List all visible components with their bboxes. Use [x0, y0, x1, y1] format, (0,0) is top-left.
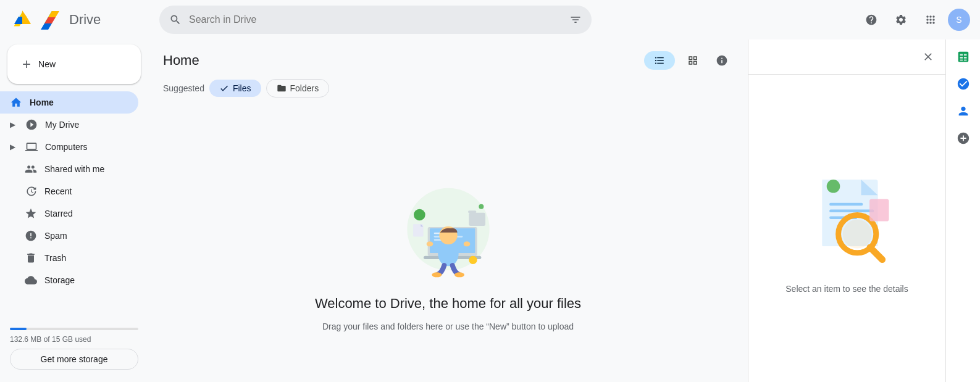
- storage-area: 132.6 MB of 15 GB used Get more storage: [0, 315, 148, 377]
- my-drive-icon: [25, 118, 38, 131]
- new-button-label: New: [38, 59, 56, 69]
- apps-button[interactable]: [918, 7, 943, 32]
- sidebar-item-trash[interactable]: Trash: [0, 247, 138, 269]
- sidebar-item-trash-label: Trash: [44, 253, 66, 263]
- plus-icon: +: [22, 56, 31, 73]
- svg-point-18: [454, 272, 464, 277]
- close-panel-button[interactable]: [916, 44, 940, 69]
- contacts-icon-button[interactable]: [951, 99, 976, 123]
- star-icon: [25, 207, 37, 220]
- filter-suggested-label: Suggested: [163, 83, 204, 93]
- right-panel-header: [748, 39, 945, 75]
- chevron-right-icon: ▶: [10, 120, 15, 129]
- google-drive-logo: [40, 7, 64, 32]
- svg-point-27: [842, 220, 871, 249]
- sidebar-item-computers-label: Computers: [45, 142, 87, 152]
- svg-rect-36: [963, 60, 966, 61]
- search-options-icon[interactable]: [569, 14, 582, 26]
- svg-point-15: [426, 241, 433, 246]
- sidebar-item-spam-label: Spam: [44, 231, 67, 241]
- sidebar-item-recent-label: Recent: [44, 186, 72, 196]
- tasks-icon-button[interactable]: [951, 72, 976, 96]
- svg-rect-30: [958, 52, 968, 62]
- logo-area: Drive: [10, 7, 152, 32]
- trash-icon: [25, 252, 37, 264]
- add-more-button[interactable]: [951, 126, 976, 151]
- shared-icon: [25, 163, 37, 175]
- app-title: Drive: [69, 12, 101, 28]
- sidebar-item-home[interactable]: Home: [0, 91, 138, 114]
- list-view-button[interactable]: [644, 51, 675, 70]
- page-title: Home: [163, 52, 199, 69]
- topbar-right: S: [859, 7, 970, 32]
- svg-rect-33: [960, 57, 963, 59]
- sidebar-item-starred-label: Starred: [44, 209, 73, 218]
- sidebar-item-home-label: Home: [30, 98, 54, 107]
- sidebar-item-spam[interactable]: Spam: [0, 225, 138, 247]
- view-controls: [644, 49, 733, 72]
- details-illustration: [792, 163, 903, 274]
- empty-state-subtitle: Drag your files and folders here or use …: [322, 322, 574, 331]
- sidebar-item-storage[interactable]: Storage: [0, 269, 138, 291]
- user-avatar[interactable]: S: [948, 9, 970, 31]
- check-icon: [219, 83, 229, 93]
- new-button[interactable]: + New: [7, 44, 141, 84]
- svg-point-13: [438, 241, 458, 266]
- new-button-wrap: + New: [0, 44, 148, 91]
- svg-point-12: [469, 255, 477, 264]
- sidebar-item-my-drive[interactable]: ▶ My Drive: [0, 114, 138, 136]
- svg-point-11: [414, 209, 425, 220]
- svg-rect-23: [829, 210, 874, 213]
- storage-bar-background: [10, 328, 138, 330]
- filter-row: Suggested Files Folders: [148, 79, 748, 105]
- recent-icon: [25, 185, 37, 197]
- storage-icon: [25, 274, 37, 286]
- sidebar-item-recent[interactable]: Recent: [0, 180, 138, 202]
- svg-rect-29: [869, 199, 889, 222]
- filter-folders-button[interactable]: Folders: [266, 79, 330, 98]
- icon-strip: [945, 39, 980, 382]
- right-panel-content: Select an item to see the details: [748, 75, 945, 382]
- svg-rect-32: [963, 54, 966, 56]
- search-icon: [169, 14, 182, 26]
- details-empty-text: Select an item to see the details: [785, 284, 908, 294]
- svg-rect-31: [960, 54, 963, 56]
- filter-folders-label: Folders: [290, 83, 319, 93]
- svg-line-28: [869, 247, 882, 260]
- settings-button[interactable]: [889, 7, 913, 32]
- empty-state-illustration: [387, 156, 510, 286]
- help-button[interactable]: [859, 7, 884, 32]
- filter-files-label: Files: [233, 83, 251, 93]
- sheets-icon-button[interactable]: [951, 44, 976, 69]
- sidebar-item-storage-label: Storage: [44, 275, 75, 285]
- spam-icon: [25, 230, 37, 242]
- checkmark-list-icon: [654, 55, 665, 66]
- empty-state-title: Welcome to Drive, the home for all your …: [315, 296, 581, 312]
- info-button[interactable]: [711, 49, 733, 72]
- storage-bar-fill: [10, 328, 27, 330]
- folder-icon: [277, 83, 287, 93]
- get-more-storage-button[interactable]: Get more storage: [10, 349, 138, 370]
- content-area: Home Suggested Files F: [148, 39, 748, 382]
- sidebar-item-shared-label: Shared with me: [44, 164, 104, 174]
- topbar: Drive S: [0, 0, 980, 39]
- main-layout: + New Home ▶ My Drive ▶ Computers: [0, 39, 980, 382]
- grid-view-icon: [687, 55, 698, 66]
- computer-icon: [25, 141, 38, 153]
- svg-point-19: [479, 204, 484, 209]
- svg-rect-34: [963, 57, 966, 59]
- content-header: Home: [148, 39, 748, 79]
- right-panel: Select an item to see the details: [748, 39, 945, 382]
- home-icon: [10, 96, 22, 109]
- filter-files-button[interactable]: Files: [209, 80, 261, 97]
- grid-view-button[interactable]: [677, 51, 708, 70]
- search-bar[interactable]: [159, 6, 592, 34]
- sidebar-item-starred[interactable]: Starred: [0, 202, 138, 225]
- search-input[interactable]: [189, 14, 562, 25]
- sidebar-item-shared[interactable]: Shared with me: [0, 158, 138, 180]
- svg-rect-35: [960, 60, 963, 61]
- svg-rect-10: [468, 210, 476, 213]
- sidebar-item-my-drive-label: My Drive: [45, 120, 79, 130]
- svg-rect-9: [469, 212, 485, 225]
- sidebar-item-computers[interactable]: ▶ Computers: [0, 136, 138, 158]
